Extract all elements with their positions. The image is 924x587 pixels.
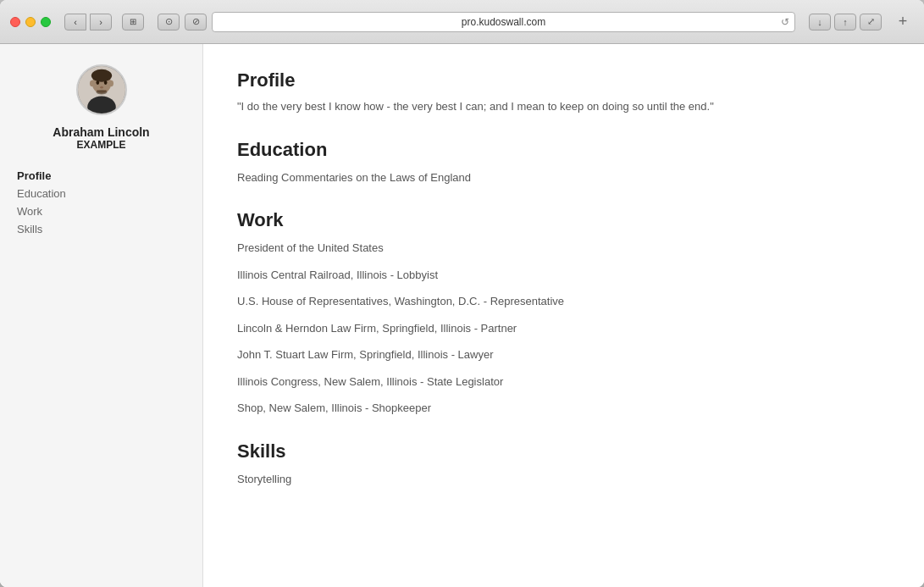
maximize-button[interactable] xyxy=(41,17,51,27)
skills-item-0: Storytelling xyxy=(237,471,890,488)
sidebar-item-work[interactable]: Work xyxy=(17,203,185,219)
education-section: Education Reading Commentaries on the La… xyxy=(237,139,890,186)
main-content[interactable]: Profile "I do the very best I know how -… xyxy=(203,44,924,587)
traffic-lights xyxy=(10,17,51,27)
avatar-container xyxy=(76,64,127,115)
security-icon: ⊙ xyxy=(158,14,180,30)
share-icon: ↑ xyxy=(843,17,848,27)
back-button[interactable]: ‹ xyxy=(64,14,86,30)
view-button[interactable]: ⊞ xyxy=(122,14,144,30)
work-item-6: Shop, New Salem, Illinois - Shopkeeper xyxy=(237,400,890,417)
education-item-0: Reading Commentaries on the Laws of Engl… xyxy=(237,169,890,186)
download-icon: ↓ xyxy=(817,17,822,27)
user-subtitle: EXAMPLE xyxy=(76,139,125,151)
skills-heading: Skills xyxy=(237,440,890,462)
fullscreen-button[interactable]: ⤢ xyxy=(860,14,882,30)
sidebar-nav: Profile Education Work Skills xyxy=(17,168,185,237)
svg-point-2 xyxy=(91,69,111,82)
new-tab-button[interactable]: + xyxy=(892,11,914,33)
work-section: Work President of the United States Illi… xyxy=(237,209,890,417)
work-item-3: Lincoln & Herndon Law Firm, Springfield,… xyxy=(237,320,890,337)
refresh-icon[interactable]: ↺ xyxy=(781,16,789,28)
work-item-0: President of the United States xyxy=(237,240,890,257)
view-icon: ⊞ xyxy=(130,17,136,26)
sidebar-item-education[interactable]: Education xyxy=(17,186,185,202)
close-button[interactable] xyxy=(10,17,20,27)
work-item-4: John T. Stuart Law Firm, Springfield, Il… xyxy=(237,346,890,363)
profile-quote: "I do the very best I know how - the ver… xyxy=(237,98,890,115)
sidebar: Abraham Lincoln EXAMPLE Profile Educatio… xyxy=(0,44,203,587)
url-text: pro.kudoswall.com xyxy=(462,16,545,28)
address-bar[interactable]: pro.kudoswall.com ↺ xyxy=(212,12,795,32)
profile-heading: Profile xyxy=(237,69,890,91)
svg-point-6 xyxy=(96,80,99,85)
nav-buttons: ‹ › xyxy=(64,14,112,30)
education-heading: Education xyxy=(237,139,890,161)
svg-point-7 xyxy=(103,80,107,85)
download-button[interactable]: ↓ xyxy=(809,14,831,30)
skills-section: Skills Storytelling xyxy=(237,440,890,488)
address-bar-section: ⊙ ⊘ pro.kudoswall.com ↺ xyxy=(158,12,795,32)
svg-point-4 xyxy=(90,80,95,86)
sidebar-item-skills[interactable]: Skills xyxy=(17,221,185,237)
minimize-button[interactable] xyxy=(25,17,36,27)
new-tab-icon: + xyxy=(899,13,908,30)
avatar xyxy=(76,64,127,115)
browser-window: ‹ › ⊞ ⊙ ⊘ pro.kudoswall.com ↺ ↓ xyxy=(0,0,924,587)
work-item-1: Illinois Central Railroad, Illinois - Lo… xyxy=(237,267,890,284)
browser-content: Abraham Lincoln EXAMPLE Profile Educatio… xyxy=(0,44,924,587)
work-item-2: U.S. House of Representatives, Washingto… xyxy=(237,293,890,310)
fullscreen-icon: ⤢ xyxy=(867,16,875,27)
sidebar-item-profile[interactable]: Profile xyxy=(17,168,185,184)
user-name: Abraham Lincoln xyxy=(53,125,149,139)
svg-point-8 xyxy=(100,86,103,89)
svg-point-5 xyxy=(108,80,113,86)
title-bar: ‹ › ⊞ ⊙ ⊘ pro.kudoswall.com ↺ ↓ xyxy=(0,0,924,44)
back-icon: ‹ xyxy=(74,17,77,27)
profile-section: Profile "I do the very best I know how -… xyxy=(237,69,890,115)
bookmark-icon: ⊘ xyxy=(185,14,207,30)
forward-button[interactable]: › xyxy=(90,14,112,30)
toolbar-right: ↓ ↑ ⤢ xyxy=(809,14,882,30)
svg-point-9 xyxy=(96,90,107,95)
forward-icon: › xyxy=(99,17,102,27)
work-item-5: Illinois Congress, New Salem, Illinois -… xyxy=(237,374,890,390)
share-button[interactable]: ↑ xyxy=(834,14,856,30)
work-heading: Work xyxy=(237,209,890,231)
